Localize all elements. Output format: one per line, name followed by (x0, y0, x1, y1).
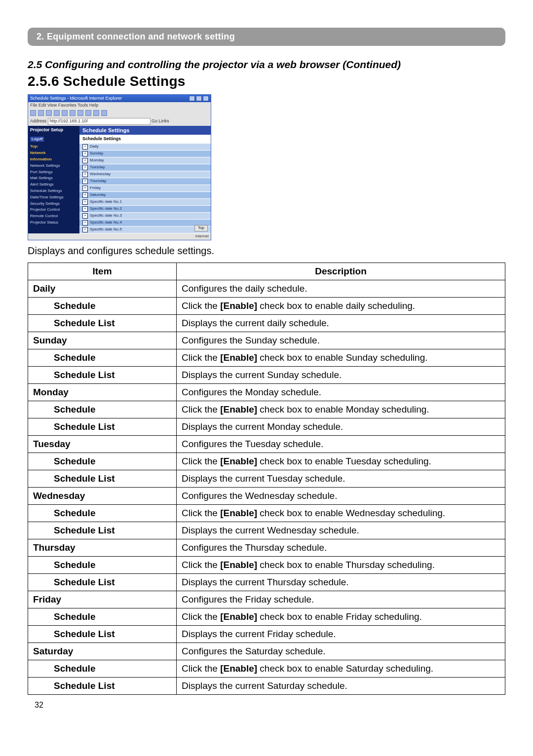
schedule-link-label: Tuesday (90, 165, 105, 170)
table-group-item: Daily (28, 280, 177, 297)
enable-keyword: [Enable] (220, 508, 257, 518)
table-subitem: Schedule List (49, 625, 177, 643)
table-indent-cell (28, 504, 49, 522)
table-group-item: Saturday (28, 643, 177, 660)
sidebar-item: Remote Control (30, 213, 77, 220)
schedule-link-row: +Thursday (79, 178, 211, 185)
table-subitem: Schedule List (49, 418, 177, 435)
enable-keyword: [Enable] (220, 456, 257, 466)
sidebar: Projector Setup Logoff Top: Network Info… (28, 126, 79, 233)
sidebar-item: Network (30, 150, 77, 156)
maximize-icon (196, 96, 202, 101)
expand-icon: + (82, 151, 88, 156)
schedule-link-row: +Saturday (79, 192, 211, 199)
expand-icon: + (82, 144, 88, 150)
schedule-link-label: Sunday (90, 151, 103, 156)
table-group-desc: Configures the Saturday schedule. (177, 643, 505, 660)
table-subitem: Schedule (49, 401, 177, 418)
sidebar-item: Schedule Settings (30, 188, 77, 194)
table-subitem-desc: Displays the current daily schedule. (177, 314, 505, 332)
history-icon (85, 110, 91, 116)
table-group-desc: Configures the Thursday schedule. (177, 539, 505, 556)
enable-keyword: [Enable] (220, 404, 257, 415)
logoff-button: Logoff (30, 137, 44, 142)
table-subitem-desc: Click the [Enable] check box to enable M… (177, 401, 505, 418)
table-subitem: Schedule (49, 349, 177, 366)
table-subitem-desc: Displays the current Friday schedule. (177, 625, 505, 643)
table-subitem-desc: Click the [Enable] check box to enable W… (177, 504, 505, 522)
table-subitem-desc: Displays the current Thursday schedule. (177, 573, 505, 591)
sidebar-item: Top: (30, 144, 77, 150)
schedule-link-label: Specific date No.5 (90, 227, 122, 232)
schedule-link-label: Specific date No.4 (90, 221, 122, 225)
table-subitem-desc: Click the [Enable] check box to enable T… (177, 556, 505, 573)
table-subitem: Schedule List (49, 314, 177, 332)
window-buttons (189, 96, 209, 101)
table-subitem: Schedule List (49, 573, 177, 591)
table-indent-cell (28, 366, 49, 383)
expand-icon: + (82, 172, 88, 177)
toolbar (28, 109, 211, 117)
table-indent-cell (28, 573, 49, 591)
search-icon (70, 110, 76, 116)
table-header-item: Item (28, 263, 177, 280)
expand-icon: + (82, 220, 88, 226)
schedule-link-label: Saturday (90, 193, 106, 197)
expand-icon: + (82, 213, 88, 219)
table-indent-cell (28, 625, 49, 643)
schedule-link-row: +Specific date No.1 (79, 199, 211, 206)
table-subitem: Schedule List (49, 470, 177, 487)
sidebar-item: Port Settings (30, 169, 77, 176)
sidebar-item: Security Settings (30, 201, 77, 207)
table-subitem-desc: Displays the current Saturday schedule. (177, 677, 505, 694)
table-subitem: Schedule (49, 608, 177, 625)
page-number: 32 (28, 701, 505, 710)
schedule-link-label: Daily (90, 145, 99, 149)
home-icon (62, 110, 68, 116)
table-indent-cell (28, 522, 49, 539)
table-indent-cell (28, 660, 49, 677)
intro-text: Displays and configures schedule setting… (28, 245, 505, 257)
table-subitem: Schedule List (49, 677, 177, 694)
mail-icon (93, 110, 99, 116)
address-field: http://192.168.1.10/ (48, 118, 151, 125)
section-bar: 2. Equipment connection and network sett… (28, 28, 505, 46)
main-panel: Schedule Settings Schedule Settings +Dai… (79, 126, 211, 233)
table-subitem-desc: Displays the current Tuesday schedule. (177, 470, 505, 487)
enable-keyword: [Enable] (220, 301, 257, 311)
table-group-desc: Configures the Sunday schedule. (177, 332, 505, 349)
schedule-link-label: Thursday (90, 179, 106, 184)
schedule-link-label: Wednesday (90, 172, 111, 177)
table-group-item: Tuesday (28, 435, 177, 453)
print-icon (101, 110, 107, 116)
panel-header: Schedule Settings (79, 126, 211, 135)
subsection-title: 2.5.6 Schedule Settings (28, 74, 505, 89)
sidebar-item: Alert Settings (30, 182, 77, 188)
schedule-link-row: +Wednesday (79, 171, 211, 178)
favorites-icon (77, 110, 83, 116)
enable-keyword: [Enable] (220, 560, 257, 570)
table-subitem: Schedule (49, 660, 177, 677)
sidebar-item: Projector Control (30, 207, 77, 213)
sidebar-item: Projector Status (30, 220, 77, 226)
table-group-desc: Configures the Tuesday schedule. (177, 435, 505, 453)
table-indent-cell (28, 677, 49, 694)
schedule-link-list: +Daily+Sunday+Monday+Tuesday+Wednesday+T… (79, 144, 211, 233)
expand-icon: + (82, 192, 88, 198)
table-group-item: Sunday (28, 332, 177, 349)
close-icon (203, 96, 209, 101)
table-subitem-desc: Click the [Enable] check box to enable T… (177, 453, 505, 470)
refresh-icon (54, 110, 60, 116)
window-titlebar: Schedule Settings - Microsoft Internet E… (28, 95, 211, 102)
table-subitem: Schedule List (49, 366, 177, 383)
forward-icon (38, 110, 44, 116)
schedule-link-row: +Monday (79, 157, 211, 164)
expand-icon: + (82, 165, 88, 170)
expand-icon: + (82, 158, 88, 163)
sidebar-brand: Projector Setup (30, 128, 77, 133)
schedule-link-label: Specific date No.1 (90, 200, 122, 204)
embedded-browser-screenshot: Schedule Settings - Microsoft Internet E… (28, 94, 211, 240)
table-subitem-desc: Click the [Enable] check box to enable S… (177, 349, 505, 366)
table-subitem: Schedule List (49, 522, 177, 539)
schedule-link-label: Friday (90, 186, 101, 190)
